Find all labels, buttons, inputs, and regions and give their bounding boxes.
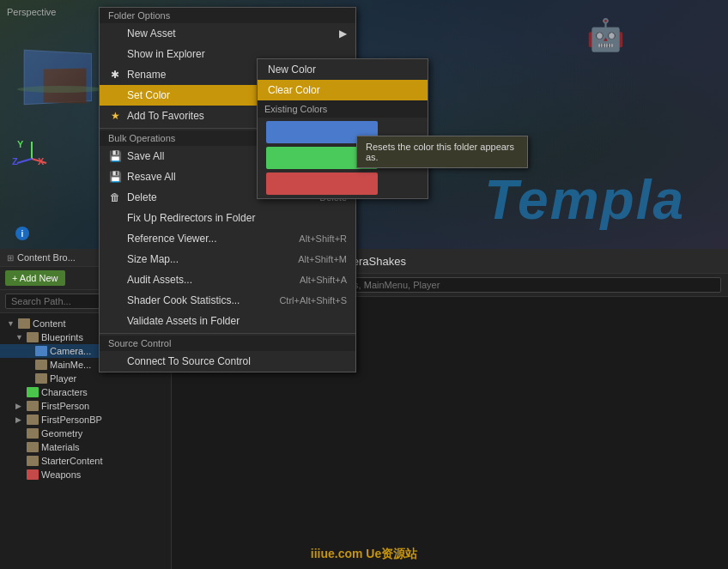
- tree-label: FirstPerson: [41, 401, 89, 411]
- scene-shadow: [17, 86, 103, 93]
- menu-separator-2: [100, 333, 355, 334]
- menu-label-delete: Delete: [127, 191, 157, 203]
- folder-icon-weapons: [27, 469, 39, 480]
- watermark: iiiue.com Ue资源站: [311, 547, 417, 562]
- tree-label: Player: [50, 373, 76, 384]
- clear-color-label: Clear Color: [268, 84, 320, 96]
- tree-item-geometry[interactable]: Geometry: [0, 427, 171, 440]
- menu-label-resave-all: Resave All: [127, 171, 176, 183]
- sidebar-grid-icon: ⊞: [7, 253, 14, 263]
- tree-label: Blueprints: [41, 332, 83, 342]
- menu-label-shader: Shader Cook Statistics...: [127, 294, 240, 306]
- sidebar-title: Content Bro...: [17, 252, 76, 263]
- star-icon: ★: [108, 110, 122, 122]
- add-new-button[interactable]: + Add New: [5, 270, 65, 286]
- submenu-section-existing: Existing Colors: [258, 100, 428, 118]
- robot-icon: 🤖: [586, 17, 625, 53]
- size-shortcut: Alt+Shift+M: [298, 254, 347, 264]
- menu-label-fix-redirectors: Fix Up Redirectors in Folder: [127, 212, 255, 224]
- folder-icon-content: [18, 318, 30, 329]
- tree-label: FirstPersonBP: [41, 415, 102, 425]
- shader-shortcut: Ctrl+Alt+Shift+S: [279, 295, 347, 306]
- folder-icon-startercontent: [27, 456, 39, 466]
- menu-label-explorer: Show in Explorer: [127, 48, 205, 60]
- tree-label: MainMe...: [50, 360, 91, 370]
- menu-section-folder: Folder Options: [100, 8, 355, 23]
- folder-icon-materials: [27, 442, 39, 452]
- menu-label-ref-viewer: Reference Viewer...: [127, 233, 217, 245]
- arrow-icon: ▼: [7, 319, 15, 328]
- menu-section-source: Source Control: [100, 336, 355, 351]
- folder-icon-firstpersonbp: [27, 415, 39, 425]
- info-icon: i: [15, 227, 29, 240]
- menu-label-save-all: Save All: [127, 150, 164, 162]
- arrow-icon: ▶: [15, 402, 24, 410]
- folder-icon-characters: [27, 387, 39, 397]
- submenu-item-new-color[interactable]: New Color: [258, 59, 428, 80]
- audit-shortcut: Alt+Shift+A: [300, 275, 347, 285]
- menu-item-size-map[interactable]: Size Map... Alt+Shift+M: [100, 249, 355, 269]
- menu-item-validate[interactable]: Validate Assets in Folder: [100, 311, 355, 331]
- template-text: Templa: [484, 168, 685, 232]
- tree-item-firstpersonbp[interactable]: ▶ FirstPersonBP: [0, 413, 171, 427]
- color-swatch-red[interactable]: [266, 173, 378, 195]
- axes-indicator: X Y Z: [10, 137, 53, 180]
- axis-z-label: Z: [12, 156, 18, 166]
- tree-label: Characters: [41, 387, 88, 397]
- menu-label-source-control: Connect To Source Control: [127, 355, 251, 367]
- menu-icon-save: 💾: [108, 150, 122, 162]
- menu-label-validate: Validate Assets in Folder: [127, 315, 240, 327]
- tree-item-player[interactable]: Player: [0, 372, 171, 385]
- tree-item-startercontent[interactable]: StarterContent: [0, 454, 171, 468]
- tree-item-characters[interactable]: Characters: [0, 385, 171, 399]
- tooltip-text: Resets the color this folder appears as.: [366, 142, 514, 162]
- submenu-arrow: ▶: [339, 27, 347, 39]
- arrow-icon: ▼: [15, 333, 24, 342]
- menu-label-size-map: Size Map...: [127, 253, 179, 265]
- folder-icon-firstperson: [27, 401, 39, 411]
- menu-item-ref-viewer[interactable]: Reference Viewer... Alt+Shift+R: [100, 228, 355, 249]
- tree-item-materials[interactable]: Materials: [0, 440, 171, 454]
- menu-label-audit: Audit Assets...: [127, 274, 192, 286]
- menu-item-source-control[interactable]: Connect To Source Control: [100, 351, 355, 372]
- menu-item-fix-redirectors[interactable]: Fix Up Redirectors in Folder: [100, 208, 355, 228]
- tree-item-weapons[interactable]: Weapons: [0, 468, 171, 481]
- menu-icon-resave: 💾: [108, 171, 122, 183]
- new-color-label: New Color: [268, 64, 316, 76]
- tree-label: Camera...: [50, 346, 91, 356]
- folder-icon-camera: [35, 346, 47, 356]
- menu-item-audit[interactable]: Audit Assets... Alt+Shift+A: [100, 269, 355, 290]
- tooltip: Resets the color this folder appears as.: [356, 136, 528, 168]
- axis-x-label: X: [38, 156, 44, 166]
- tree-item-firstperson[interactable]: ▶ FirstPerson: [0, 399, 171, 413]
- menu-icon-delete: 🗑: [108, 191, 122, 203]
- ref-shortcut: Alt+Shift+R: [299, 233, 347, 244]
- tree-label: Content: [33, 318, 66, 329]
- folder-icon-player: [35, 373, 47, 384]
- svg-line-2: [17, 159, 32, 163]
- menu-item-shader[interactable]: Shader Cook Statistics... Ctrl+Alt+Shift…: [100, 290, 355, 311]
- menu-label-favorites: Add To Favorites: [127, 110, 204, 122]
- color-submenu: New Color Clear Color Existing Colors: [257, 58, 428, 199]
- perspective-label: Perspective: [7, 7, 56, 17]
- folder-icon-mainmenu: [35, 360, 47, 370]
- arrow-icon: ▶: [15, 415, 24, 424]
- submenu-item-clear-color[interactable]: Clear Color: [258, 80, 428, 100]
- menu-icon-rename: ✱: [108, 69, 122, 81]
- folder-icon-geometry: [27, 428, 39, 439]
- menu-label-new-asset: New Asset: [127, 27, 176, 39]
- tree-label: Geometry: [41, 428, 82, 439]
- tree-label: StarterContent: [41, 456, 103, 466]
- menu-item-new-asset[interactable]: New Asset ▶: [100, 23, 355, 44]
- tree-label: Materials: [41, 442, 80, 452]
- tree-label: Weapons: [41, 469, 81, 480]
- folder-icon-blueprints: [27, 332, 39, 342]
- menu-label-rename: Rename: [127, 69, 166, 81]
- axis-y-label: Y: [17, 139, 23, 149]
- menu-label-set-color: Set Color: [127, 89, 170, 101]
